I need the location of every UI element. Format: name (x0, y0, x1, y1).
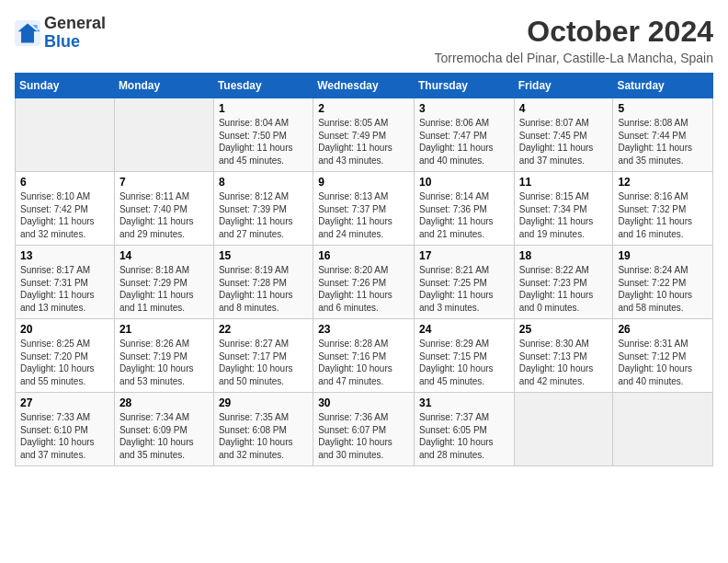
month-title: October 2024 (435, 15, 714, 49)
day-number: 1 (219, 102, 308, 115)
day-info: Sunrise: 8:07 AM Sunset: 7:45 PM Dayligh… (519, 117, 609, 167)
logo-line1: General (44, 15, 106, 33)
calendar-cell: 27Sunrise: 7:33 AM Sunset: 6:10 PM Dayli… (16, 393, 115, 466)
weekday-header-tuesday: Tuesday (213, 74, 313, 98)
day-number: 12 (618, 176, 708, 189)
calendar-week-1: 1Sunrise: 8:04 AM Sunset: 7:50 PM Daylig… (16, 98, 713, 172)
location-title: Torremocha del Pinar, Castille-La Mancha… (435, 51, 714, 65)
calendar-week-2: 6Sunrise: 8:10 AM Sunset: 7:42 PM Daylig… (16, 172, 713, 246)
calendar-cell: 5Sunrise: 8:08 AM Sunset: 7:44 PM Daylig… (613, 98, 713, 172)
day-number: 5 (618, 102, 708, 115)
weekday-header-friday: Friday (514, 74, 613, 98)
calendar-cell (613, 393, 713, 466)
day-info: Sunrise: 8:29 AM Sunset: 7:15 PM Dayligh… (419, 338, 509, 387)
calendar-cell: 2Sunrise: 8:05 AM Sunset: 7:49 PM Daylig… (313, 98, 415, 172)
day-info: Sunrise: 7:33 AM Sunset: 6:10 PM Dayligh… (20, 411, 109, 461)
day-info: Sunrise: 8:05 AM Sunset: 7:49 PM Dayligh… (318, 117, 409, 167)
day-info: Sunrise: 8:04 AM Sunset: 7:50 PM Dayligh… (219, 117, 308, 167)
calendar-cell: 25Sunrise: 8:30 AM Sunset: 7:13 PM Dayli… (514, 319, 613, 393)
day-number: 26 (618, 323, 708, 336)
calendar-cell: 20Sunrise: 8:25 AM Sunset: 7:20 PM Dayli… (16, 319, 115, 393)
day-info: Sunrise: 8:21 AM Sunset: 7:25 PM Dayligh… (419, 264, 509, 314)
day-number: 16 (318, 249, 409, 262)
day-number: 20 (20, 323, 109, 336)
day-info: Sunrise: 8:06 AM Sunset: 7:47 PM Dayligh… (419, 117, 509, 167)
day-number: 25 (519, 323, 609, 336)
calendar-cell: 19Sunrise: 8:24 AM Sunset: 7:22 PM Dayli… (613, 246, 713, 319)
calendar-week-3: 13Sunrise: 8:17 AM Sunset: 7:31 PM Dayli… (16, 246, 713, 319)
day-info: Sunrise: 8:13 AM Sunset: 7:37 PM Dayligh… (318, 190, 409, 240)
day-number: 10 (419, 176, 509, 189)
day-number: 28 (119, 396, 209, 409)
calendar-table: SundayMondayTuesdayWednesdayThursdayFrid… (15, 73, 713, 466)
calendar-cell: 28Sunrise: 7:34 AM Sunset: 6:09 PM Dayli… (114, 393, 213, 466)
logo-line2: Blue (44, 33, 106, 52)
day-info: Sunrise: 8:08 AM Sunset: 7:44 PM Dayligh… (618, 117, 708, 167)
calendar-week-5: 27Sunrise: 7:33 AM Sunset: 6:10 PM Dayli… (16, 393, 713, 466)
day-number: 19 (618, 249, 708, 262)
day-number: 30 (318, 396, 409, 409)
day-number: 4 (519, 102, 609, 115)
day-number: 31 (419, 396, 509, 409)
calendar-cell: 17Sunrise: 8:21 AM Sunset: 7:25 PM Dayli… (414, 246, 514, 319)
day-info: Sunrise: 8:26 AM Sunset: 7:19 PM Dayligh… (119, 338, 209, 387)
day-info: Sunrise: 8:31 AM Sunset: 7:12 PM Dayligh… (618, 338, 708, 387)
calendar-cell (514, 393, 613, 466)
calendar-cell: 13Sunrise: 8:17 AM Sunset: 7:31 PM Dayli… (16, 246, 115, 319)
day-number: 6 (20, 176, 109, 189)
day-number: 27 (20, 396, 109, 409)
day-number: 23 (318, 323, 409, 336)
page-header: General Blue October 2024 Torremocha del… (15, 15, 713, 65)
calendar-cell: 4Sunrise: 8:07 AM Sunset: 7:45 PM Daylig… (514, 98, 613, 172)
calendar-cell: 30Sunrise: 7:36 AM Sunset: 6:07 PM Dayli… (313, 393, 415, 466)
calendar-cell: 16Sunrise: 8:20 AM Sunset: 7:26 PM Dayli… (313, 246, 415, 319)
day-info: Sunrise: 8:12 AM Sunset: 7:39 PM Dayligh… (219, 190, 308, 240)
day-number: 13 (20, 249, 109, 262)
day-number: 2 (318, 102, 409, 115)
day-info: Sunrise: 7:37 AM Sunset: 6:05 PM Dayligh… (419, 411, 509, 461)
weekday-header-saturday: Saturday (613, 74, 713, 98)
day-info: Sunrise: 7:34 AM Sunset: 6:09 PM Dayligh… (119, 411, 209, 461)
calendar-cell (114, 98, 213, 172)
day-number: 17 (419, 249, 509, 262)
weekday-header-monday: Monday (114, 74, 213, 98)
calendar-cell: 1Sunrise: 8:04 AM Sunset: 7:50 PM Daylig… (213, 98, 313, 172)
calendar-cell: 8Sunrise: 8:12 AM Sunset: 7:39 PM Daylig… (213, 172, 313, 246)
calendar-cell: 21Sunrise: 8:26 AM Sunset: 7:19 PM Dayli… (114, 319, 213, 393)
calendar-cell: 26Sunrise: 8:31 AM Sunset: 7:12 PM Dayli… (613, 319, 713, 393)
calendar-cell: 3Sunrise: 8:06 AM Sunset: 7:47 PM Daylig… (414, 98, 514, 172)
day-number: 22 (219, 323, 308, 336)
day-info: Sunrise: 7:36 AM Sunset: 6:07 PM Dayligh… (318, 411, 409, 461)
day-info: Sunrise: 8:11 AM Sunset: 7:40 PM Dayligh… (119, 190, 209, 240)
day-info: Sunrise: 8:15 AM Sunset: 7:34 PM Dayligh… (519, 190, 609, 240)
calendar-week-4: 20Sunrise: 8:25 AM Sunset: 7:20 PM Dayli… (16, 319, 713, 393)
calendar-cell: 7Sunrise: 8:11 AM Sunset: 7:40 PM Daylig… (114, 172, 213, 246)
day-info: Sunrise: 8:17 AM Sunset: 7:31 PM Dayligh… (20, 264, 109, 314)
day-info: Sunrise: 8:22 AM Sunset: 7:23 PM Dayligh… (519, 264, 609, 314)
day-info: Sunrise: 7:35 AM Sunset: 6:08 PM Dayligh… (219, 411, 308, 461)
weekday-header-wednesday: Wednesday (313, 74, 415, 98)
calendar-cell: 9Sunrise: 8:13 AM Sunset: 7:37 PM Daylig… (313, 172, 415, 246)
day-number: 3 (419, 102, 509, 115)
day-info: Sunrise: 8:19 AM Sunset: 7:28 PM Dayligh… (219, 264, 308, 314)
calendar-cell: 29Sunrise: 7:35 AM Sunset: 6:08 PM Dayli… (213, 393, 313, 466)
calendar-cell: 12Sunrise: 8:16 AM Sunset: 7:32 PM Dayli… (613, 172, 713, 246)
day-number: 21 (119, 323, 209, 336)
day-info: Sunrise: 8:20 AM Sunset: 7:26 PM Dayligh… (318, 264, 409, 314)
day-info: Sunrise: 8:25 AM Sunset: 7:20 PM Dayligh… (20, 338, 109, 387)
day-number: 24 (419, 323, 509, 336)
calendar-cell: 14Sunrise: 8:18 AM Sunset: 7:29 PM Dayli… (114, 246, 213, 319)
calendar-cell: 11Sunrise: 8:15 AM Sunset: 7:34 PM Dayli… (514, 172, 613, 246)
logo-icon (15, 20, 40, 46)
day-info: Sunrise: 8:14 AM Sunset: 7:36 PM Dayligh… (419, 190, 509, 240)
title-area: October 2024 Torremocha del Pinar, Casti… (435, 15, 714, 65)
calendar-cell: 6Sunrise: 8:10 AM Sunset: 7:42 PM Daylig… (16, 172, 115, 246)
calendar-cell: 15Sunrise: 8:19 AM Sunset: 7:28 PM Dayli… (213, 246, 313, 319)
logo: General Blue (15, 15, 106, 52)
weekday-header-row: SundayMondayTuesdayWednesdayThursdayFrid… (16, 74, 713, 98)
weekday-header-thursday: Thursday (414, 74, 514, 98)
day-number: 11 (519, 176, 609, 189)
weekday-header-sunday: Sunday (16, 74, 115, 98)
calendar-cell: 18Sunrise: 8:22 AM Sunset: 7:23 PM Dayli… (514, 246, 613, 319)
day-number: 9 (318, 176, 409, 189)
